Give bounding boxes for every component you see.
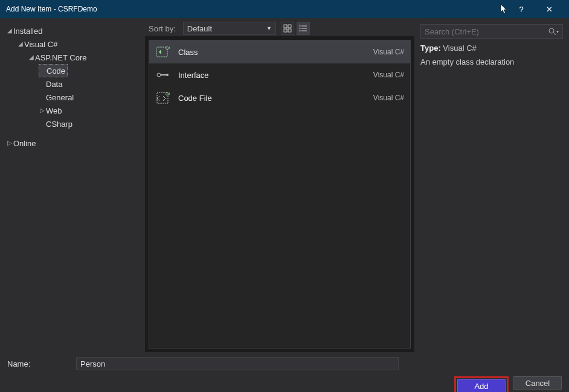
tree-general[interactable]: General <box>4 91 141 104</box>
tree-label: General <box>46 93 74 102</box>
list-view-button[interactable] <box>297 22 310 35</box>
svg-point-14 <box>166 74 169 76</box>
tree-label: Web <box>46 106 62 115</box>
svg-point-7 <box>299 25 300 27</box>
grid-view-button[interactable] <box>281 22 294 35</box>
cancel-button[interactable]: Cancel <box>513 376 562 390</box>
chevron-down-icon: ◢ <box>6 27 13 34</box>
svg-rect-0 <box>284 25 287 28</box>
sort-by-label: Sort by: <box>149 24 176 33</box>
chevron-down-icon: ◢ <box>28 54 35 60</box>
chevron-right-icon: ▷ <box>6 140 13 146</box>
svg-point-9 <box>299 30 300 31</box>
svg-rect-2 <box>284 29 287 32</box>
tree-label: Online <box>13 139 36 148</box>
svg-text:C#: C# <box>166 92 170 96</box>
tree-csharp[interactable]: CSharp <box>4 117 141 130</box>
button-row: Add Cancel <box>7 376 562 392</box>
template-interface[interactable]: Interface Visual C# <box>149 63 410 86</box>
template-lang: Visual C# <box>373 48 404 56</box>
chevron-down-icon: ▼ <box>266 25 272 31</box>
tree-label: Installed <box>13 27 42 36</box>
footer: Name: Add Cancel <box>0 352 569 392</box>
code-file-icon: C# <box>155 91 170 105</box>
tree-code[interactable]: Code <box>39 64 68 77</box>
search-icon: ▾ <box>548 27 559 36</box>
sort-by-dropdown[interactable]: Default ▼ <box>183 22 276 35</box>
tree-installed[interactable]: ◢ Installed <box>4 24 141 37</box>
title-bar: Add New Item - CSRFDemo ? ✕ <box>0 0 569 18</box>
name-label: Name: <box>7 359 68 368</box>
category-tree: ◢ Installed ◢ Visual C# ◢ ASP.NET Core C… <box>0 18 145 352</box>
template-description: An empty class declaration <box>420 57 563 66</box>
tree-data[interactable]: Data <box>4 77 141 91</box>
details-panel: ▾ Type: Visual C# An empty class declara… <box>414 18 569 352</box>
name-row: Name: <box>7 357 562 370</box>
tree-label: CSharp <box>46 120 72 129</box>
tree-online[interactable]: ▷ Online <box>4 137 141 150</box>
svg-text:C#: C# <box>166 46 170 50</box>
chevron-down-icon: ◢ <box>17 40 24 47</box>
template-panel: Sort by: Default ▼ C# Class Visual C# <box>145 18 414 352</box>
tree-visual-csharp[interactable]: ◢ Visual C# <box>4 37 141 51</box>
name-input[interactable] <box>76 357 399 370</box>
template-name: Class <box>178 48 365 57</box>
tree-web[interactable]: ▷ Web <box>4 104 141 117</box>
main-area: ◢ Installed ◢ Visual C# ◢ ASP.NET Core C… <box>0 18 569 352</box>
cursor-icon <box>500 4 507 14</box>
svg-point-17 <box>549 28 554 33</box>
interface-icon <box>155 68 170 82</box>
view-mode-buttons <box>281 22 310 35</box>
help-button[interactable]: ? <box>507 0 535 18</box>
class-icon: C# <box>155 45 170 59</box>
sort-value: Default <box>187 24 212 33</box>
type-value: Visual C# <box>443 43 476 53</box>
template-lang: Visual C# <box>373 94 404 102</box>
tree-label: ASP.NET Core <box>35 53 87 62</box>
svg-rect-1 <box>288 25 291 28</box>
svg-rect-3 <box>288 29 291 32</box>
template-name: Interface <box>178 71 365 80</box>
search-input[interactable] <box>425 27 548 36</box>
template-lang: Visual C# <box>373 71 404 79</box>
add-button[interactable]: Add <box>457 379 506 392</box>
svg-line-18 <box>553 33 556 35</box>
type-label: Type: <box>420 43 441 53</box>
svg-point-12 <box>157 73 161 77</box>
close-button[interactable]: ✕ <box>535 0 563 18</box>
chevron-right-icon: ▷ <box>39 107 46 114</box>
template-code-file[interactable]: C# Code File Visual C# <box>149 86 410 109</box>
tree-label: Data <box>46 80 62 89</box>
tree-label: Visual C# <box>24 40 57 49</box>
template-name: Code File <box>178 94 365 103</box>
add-button-highlight: Add <box>454 376 509 392</box>
search-box[interactable]: ▾ <box>420 24 563 39</box>
type-line: Type: Visual C# <box>420 43 563 53</box>
template-list: C# Class Visual C# Interface Visual C# C… <box>149 40 411 349</box>
template-class[interactable]: C# Class Visual C# <box>149 40 410 63</box>
template-toolbar: Sort by: Default ▼ <box>145 18 414 36</box>
svg-point-8 <box>299 28 300 29</box>
tree-aspnet-core[interactable]: ◢ ASP.NET Core <box>4 51 141 64</box>
tree-label: Code <box>47 66 65 76</box>
window-title: Add New Item - CSRFDemo <box>6 5 500 13</box>
